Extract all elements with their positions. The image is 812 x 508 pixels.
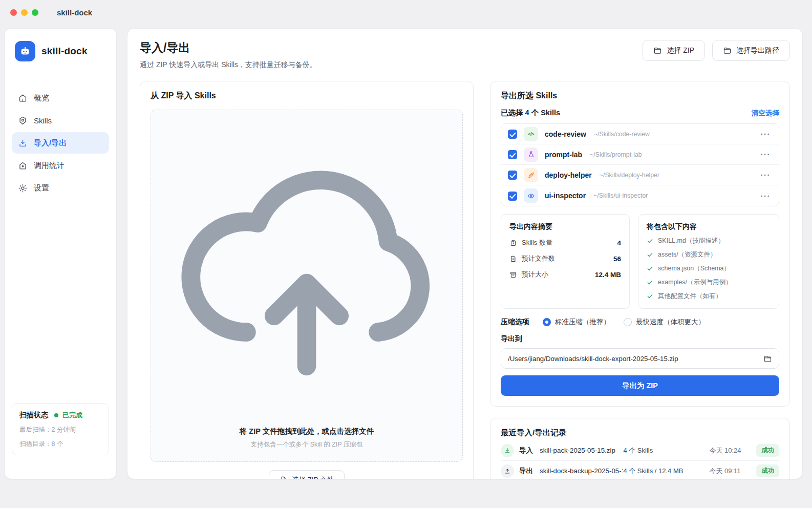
archive-box-icon (509, 271, 517, 279)
radio-fastest-compression[interactable]: 最快速度（体积更大） (624, 318, 705, 327)
summary-row: Skills 数量 4 (509, 238, 621, 247)
list-item: prompt-lab ~/Skills/prompt-lab ··· (501, 144, 779, 165)
radio-selected-icon (543, 318, 551, 326)
recent-records-panel: 最近导入/导出记录 导入 skill-pack-2025-05-15.zip 4… (490, 418, 790, 479)
more-icon[interactable]: ··· (759, 130, 773, 138)
scan-last-row: 最后扫描：2 分钟前 (19, 426, 101, 434)
sidebar-item-label: 调用统计 (34, 161, 65, 171)
traffic-lights (10, 9, 38, 16)
export-summary-card: 导出内容摘要 Skills 数量 4 预计文件数 56 (501, 214, 630, 309)
window-title: skill-dock (57, 8, 92, 17)
stats-house-icon (18, 161, 28, 171)
sidebar-item-label: 设置 (34, 183, 49, 193)
record-row: 导出 skill-dock-backup-2025-05-15.zip 4 个 … (501, 461, 779, 479)
status-badge: 成功 (756, 464, 779, 477)
eye-icon (524, 188, 538, 203)
scan-status-card: 扫描状态 已完成 最后扫描：2 分钟前 扫描目录：8 个 (12, 403, 109, 455)
scan-dirs-row: 扫描目录：8 个 (19, 440, 101, 449)
checkbox-checked[interactable] (508, 192, 517, 201)
app-name: skill-dock (41, 46, 88, 57)
check-icon (647, 251, 653, 258)
sidebar-item-label: Skills (34, 116, 52, 125)
clipboard-icon (509, 239, 517, 247)
contents-item: examples/（示例与用例） (647, 278, 771, 287)
zoom-button[interactable] (32, 9, 38, 16)
sidebar-item-settings[interactable]: 设置 (12, 177, 109, 199)
check-icon (647, 265, 653, 272)
record-row: 导入 skill-pack-2025-05-15.zip 4 个 Skills … (501, 440, 779, 461)
export-panel-title: 导出所选 Skills (501, 91, 779, 101)
window-titlebar: skill-dock (0, 0, 812, 25)
contents-item: schema.json（Schema） (647, 264, 771, 273)
main-panel: 导入/导出 通过 ZIP 快速导入或导出 Skills，支持批量迁移与备份。 选… (127, 28, 803, 479)
sidebar-item-skills[interactable]: Skills (12, 110, 109, 131)
page-subtitle: 通过 ZIP 快速导入或导出 Skills，支持批量迁移与备份。 (140, 60, 317, 70)
list-item: deploy-helper ~/Skills/deploy-helper ··· (501, 165, 779, 185)
list-item: ui-inspector ~/Skills/ui-inspector ··· (501, 185, 779, 206)
export-zip-button[interactable]: 导出为 ZIP (501, 375, 779, 396)
import-from-zip-panel: 从 ZIP 导入 Skills 将 ZIP 文件拖拽到此处，或点击选择文件 支持… (140, 81, 474, 479)
cloud-upload-icon (156, 121, 457, 422)
home-icon (18, 93, 28, 103)
import-panel-title: 从 ZIP 导入 Skills (151, 91, 463, 101)
compression-label: 压缩选项 (501, 318, 529, 327)
export-path-field[interactable]: /Users/jiang/Downloads/skill-dock-export… (501, 348, 779, 369)
file-icon (280, 476, 287, 479)
gear-icon (18, 183, 28, 193)
sidebar: skill-dock 概览 Skills 导入/导出 调用统计 设置 (4, 28, 117, 479)
minimize-button[interactable] (21, 9, 28, 16)
checkbox-checked[interactable] (508, 150, 517, 159)
records-title: 最近导入/导出记录 (501, 428, 779, 438)
download-tray-icon (18, 138, 28, 148)
status-dot-icon (54, 413, 58, 417)
rocket-icon (524, 168, 538, 182)
hexagon-nut-icon (18, 116, 28, 125)
status-badge: 成功 (756, 444, 779, 457)
contents-card-title: 将包含以下内容 (647, 222, 771, 231)
flask-icon (524, 147, 538, 162)
summary-card-title: 导出内容摘要 (509, 222, 621, 231)
export-path-value: /Users/jiang/Downloads/skill-dock-export… (508, 355, 758, 363)
more-icon[interactable]: ··· (759, 150, 773, 159)
sidebar-item-label: 概览 (34, 93, 49, 103)
export-panel: 导出所选 Skills 已选择 4 个 Skills 清空选择 </> code… (490, 81, 790, 407)
choose-export-path-button[interactable]: 选择导出路径 (712, 40, 790, 61)
check-icon (647, 238, 653, 244)
dropzone-title: 将 ZIP 文件拖拽到此处，或点击选择文件 (156, 427, 457, 436)
sidebar-item-overview[interactable]: 概览 (12, 87, 109, 109)
contents-item: assets/（资源文件） (647, 250, 771, 259)
code-icon: </> (524, 127, 538, 141)
document-icon (509, 255, 517, 263)
sidebar-nav: 概览 Skills 导入/导出 调用统计 设置 (12, 87, 109, 199)
folder-icon (653, 46, 662, 55)
sidebar-item-usage-stats[interactable]: 调用统计 (12, 155, 109, 176)
summary-row: 预计文件数 56 (509, 254, 621, 263)
dropzone-subtitle: 支持包含一个或多个 Skill 的 ZIP 压缩包 (156, 440, 457, 449)
close-button[interactable] (10, 9, 17, 16)
summary-row: 预计大小 12.4 MB (509, 270, 621, 279)
radio-standard-compression[interactable]: 标准压缩（推荐） (543, 318, 610, 327)
choose-zip-file-button[interactable]: 选择 ZIP 文件 (269, 470, 345, 479)
clear-selection-link[interactable]: 清空选择 (752, 109, 779, 118)
app-brand: skill-dock (12, 39, 109, 64)
import-download-icon (501, 444, 514, 457)
checkbox-checked[interactable] (508, 171, 517, 180)
contents-item: SKILL.md（技能描述） (647, 237, 771, 245)
checkbox-checked[interactable] (508, 130, 517, 139)
sidebar-item-label: 导入/导出 (34, 138, 67, 148)
sidebar-item-import-export[interactable]: 导入/导出 (12, 132, 109, 154)
radio-unselected-icon (624, 318, 632, 326)
check-icon (647, 293, 653, 300)
zip-dropzone[interactable]: 将 ZIP 文件拖拽到此处，或点击选择文件 支持包含一个或多个 Skill 的 … (151, 110, 463, 462)
list-item: </> code-review ~/Skills/code-review ··· (501, 124, 779, 144)
export-upload-icon (501, 464, 514, 478)
check-icon (647, 279, 653, 286)
scan-status-state: 已完成 (62, 411, 82, 420)
export-contents-card: 将包含以下内容 SKILL.md（技能描述） assets/（资源文件） (638, 214, 779, 309)
export-skill-list: </> code-review ~/Skills/code-review ···… (501, 123, 779, 206)
folder-icon[interactable] (763, 354, 772, 363)
choose-zip-button[interactable]: 选择 ZIP (643, 40, 705, 61)
more-icon[interactable]: ··· (759, 192, 773, 200)
selected-count-text: 已选择 4 个 Skills (501, 108, 560, 118)
more-icon[interactable]: ··· (759, 171, 773, 179)
